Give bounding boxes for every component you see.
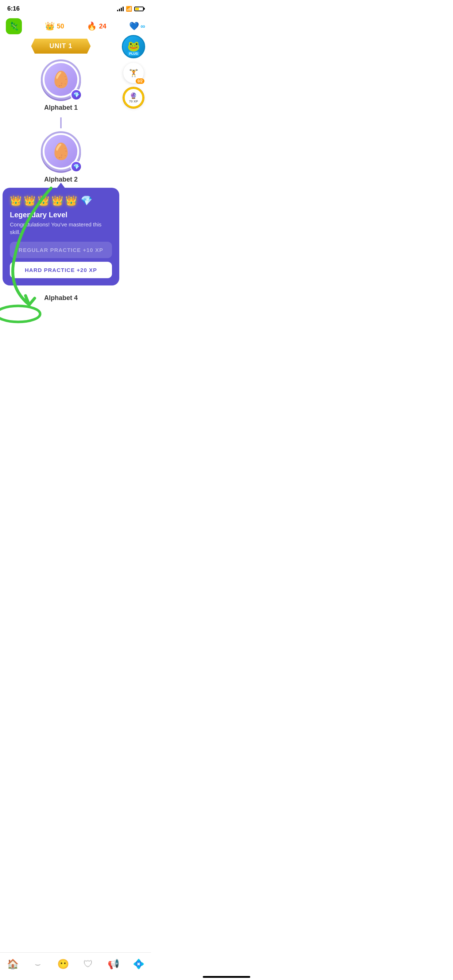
popup-title: Legendary Level [10, 211, 112, 219]
app-logo[interactable]: 🦎 [6, 18, 22, 34]
crowns-stat[interactable]: 👑 50 [45, 22, 64, 31]
dumbbell-progress: 0/2 [136, 78, 144, 84]
alphabet2-circle[interactable]: 🥚 💎 [41, 131, 81, 171]
status-icons: 📶 [117, 6, 144, 12]
alphabet4-label: Alphabet 4 [44, 291, 78, 305]
svg-point-0 [0, 306, 40, 322]
popup-gem-icon: 💎 [81, 195, 92, 206]
plus-badge: PLUS [128, 51, 139, 56]
infinity-value: ∞ [140, 22, 145, 30]
owl-logo-icon: 🦎 [9, 22, 19, 31]
crown-5: 👑 [65, 195, 77, 206]
crown-4: 👑 [51, 195, 63, 206]
plus-owl-icon: 🐸 [127, 40, 140, 52]
skill-path: 🥚 💎 Alphabet 1 🥚 [4, 59, 118, 291]
unit-banner-container: UNIT 1 [6, 39, 116, 54]
popup-card: 👑 👑 👑 👑 👑 💎 Legendary Level Congratulati… [3, 188, 119, 285]
status-time: 6:16 [7, 5, 20, 13]
hard-practice-button[interactable]: HARD PRACTICE +20 XP [10, 262, 112, 278]
skill-node-alphabet1[interactable]: 🥚 💎 Alphabet 1 [41, 59, 81, 111]
fire-icon: 🔥 [87, 22, 97, 31]
plus-avatar[interactable]: 🐸 PLUS [122, 35, 145, 58]
alphabet2-badge: 💎 [70, 161, 82, 172]
crown-2: 👑 [24, 195, 35, 206]
alphabet2-egg-icon: 🥚 [51, 142, 71, 161]
level-crowns: 👑 👑 👑 👑 👑 💎 [10, 195, 112, 206]
hearts-stat[interactable]: 💙 ∞ [129, 22, 145, 31]
alphabet1-badge: 💎 [70, 89, 82, 100]
popup-triangle [57, 183, 65, 188]
right-sidebar: 🐸 PLUS 🏋️ 0/2 🔮 70 XP [122, 35, 145, 108]
signal-icon [117, 6, 124, 11]
alphabet1-label: Alphabet 1 [44, 104, 78, 111]
streak-stat[interactable]: 🔥 24 [87, 22, 106, 31]
popup-description: Congratulations! You've mastered this sk… [10, 221, 112, 236]
crown-icon: 👑 [45, 22, 55, 31]
skill-node-alphabet2[interactable]: 🥚 💎 Alphabet 2 [41, 131, 81, 183]
status-bar: 6:16 📶 [0, 0, 151, 15]
crowns-value: 50 [57, 22, 64, 30]
xp-button[interactable]: 🔮 70 XP [123, 88, 144, 108]
main-content: 🐸 PLUS 🏋️ 0/2 🔮 70 XP [0, 39, 151, 305]
alphabet1-egg-icon: 🥚 [51, 70, 71, 89]
battery-icon [134, 6, 144, 11]
streak-value: 24 [99, 22, 106, 30]
alphabet2-label: Alphabet 2 [44, 176, 78, 183]
dumbbell-button[interactable]: 🏋️ 0/2 [123, 63, 144, 83]
connector1 [60, 118, 62, 128]
alphabet1-circle[interactable]: 🥚 💎 [41, 59, 81, 100]
heart-icon: 💙 [129, 22, 139, 31]
regular-practice-button[interactable]: REGULAR PRACTICE +10 XP [10, 242, 112, 258]
crown-1: 👑 [10, 195, 22, 206]
crown-3: 👑 [38, 195, 49, 206]
wifi-icon: 📶 [126, 6, 132, 12]
unit-banner[interactable]: UNIT 1 [31, 39, 91, 54]
dumbbell-icon: 🏋️ [129, 68, 138, 77]
